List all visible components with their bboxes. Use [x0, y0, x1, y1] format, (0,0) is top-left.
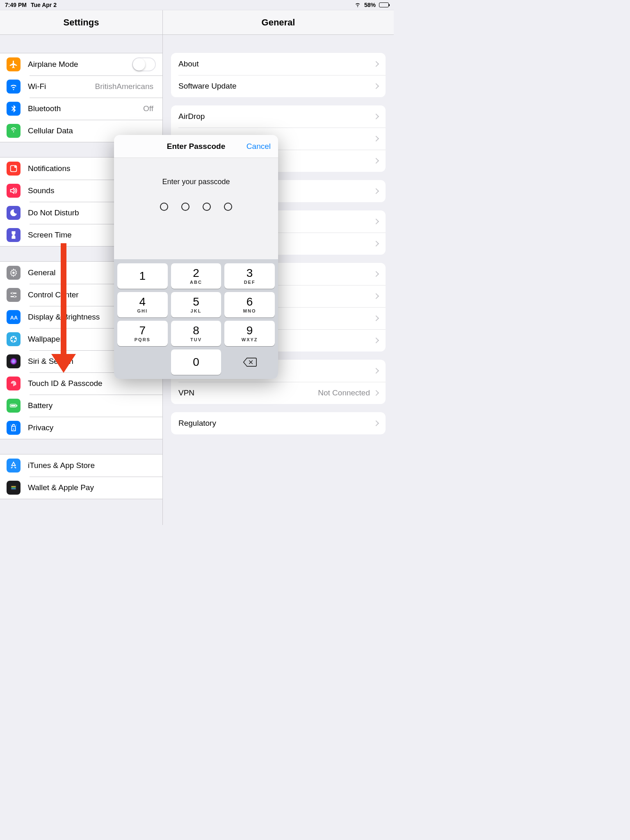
- battery-percentage: 58%: [364, 2, 376, 8]
- chevron-right-icon: [373, 368, 379, 374]
- airplane-icon: [7, 57, 21, 71]
- key-letters: TUV: [190, 337, 202, 342]
- key-number: 6: [247, 296, 253, 308]
- chevron-right-icon: [373, 420, 379, 426]
- svg-point-9: [13, 336, 14, 338]
- chevron-right-icon: [373, 293, 379, 299]
- general-item-label: Software Update: [178, 82, 374, 91]
- keypad-blank: [117, 349, 168, 375]
- notifications-icon: [7, 162, 21, 176]
- sidebar-item-wallet-apple-pay[interactable]: Wallet & Apple Pay: [0, 477, 162, 499]
- general-item-regulatory[interactable]: Regulatory: [171, 412, 386, 434]
- general-item-label: About: [178, 59, 374, 68]
- passcode-dot: [203, 203, 211, 211]
- keypad-backspace[interactable]: [224, 349, 275, 375]
- general-item-label: VPN: [178, 388, 318, 397]
- svg-point-11: [14, 340, 16, 342]
- keypad-key-3[interactable]: 3DEF: [224, 263, 275, 289]
- sidebar-item-wi-fi[interactable]: Wi-FiBritishAmericans: [0, 75, 162, 98]
- keypad-key-0[interactable]: 0: [171, 349, 221, 375]
- sidebar-item-battery[interactable]: Battery: [0, 395, 162, 417]
- chevron-right-icon: [373, 338, 379, 343]
- keypad-key-2[interactable]: 2ABC: [171, 263, 221, 289]
- svg-point-5: [11, 292, 14, 294]
- svg-point-13: [11, 337, 13, 339]
- chevron-right-icon: [373, 136, 379, 142]
- key-number: 3: [247, 267, 253, 279]
- svg-rect-21: [11, 488, 16, 489]
- chevron-right-icon: [373, 158, 379, 164]
- settings-header: Settings: [0, 10, 162, 35]
- keypad-key-6[interactable]: 6MNO: [224, 292, 275, 317]
- chevron-right-icon: [373, 114, 379, 119]
- sidebar-item-privacy[interactable]: Privacy: [0, 417, 162, 439]
- sidebar-item-airplane-mode[interactable]: Airplane Mode: [0, 53, 162, 75]
- key-letters: ABC: [190, 280, 202, 285]
- svg-point-6: [14, 296, 16, 298]
- chevron-right-icon: [373, 219, 379, 224]
- cellular-icon: [7, 124, 21, 138]
- key-letters: JKL: [191, 308, 202, 313]
- sidebar-item-label: Battery: [28, 401, 156, 410]
- keypad-key-7[interactable]: 7PQRS: [117, 321, 168, 346]
- sidebar-item-bluetooth[interactable]: BluetoothOff: [0, 98, 162, 120]
- general-item-about[interactable]: About: [171, 53, 386, 75]
- dnd-icon: [7, 206, 21, 220]
- settings-title: Settings: [64, 17, 99, 28]
- svg-rect-17: [16, 405, 17, 406]
- wifi-icon: [354, 1, 361, 9]
- key-number: 8: [193, 325, 199, 336]
- chevron-right-icon: [373, 315, 379, 321]
- svg-text:AA: AA: [10, 315, 18, 321]
- sidebar-item-itunes-app-store[interactable]: iTunes & App Store: [0, 454, 162, 477]
- keypad-key-4[interactable]: 4GHI: [117, 292, 168, 317]
- general-item-label: AirDrop: [178, 112, 374, 121]
- control-icon: [7, 288, 21, 302]
- general-item-label: Regulatory: [178, 419, 374, 428]
- svg-point-2: [12, 272, 15, 274]
- key-letters: PQRS: [135, 337, 151, 342]
- svg-point-10: [15, 338, 16, 339]
- sidebar-item-label: Privacy: [28, 423, 156, 432]
- keypad-key-1[interactable]: 1: [117, 263, 168, 289]
- general-title: General: [262, 17, 295, 28]
- key-letters: DEF: [244, 280, 256, 285]
- sidebar-item-label: Cellular Data: [28, 126, 156, 135]
- numeric-keypad: 12ABC3DEF4GHI5JKL6MNO7PQRS8TUV9WXYZ0: [114, 259, 278, 379]
- general-item-airdrop[interactable]: AirDrop: [171, 105, 386, 128]
- sidebar-item-label: Bluetooth: [28, 104, 143, 113]
- general-item-vpn[interactable]: VPNNot Connected: [171, 382, 386, 404]
- key-letters: WXYZ: [242, 337, 258, 342]
- key-number: 1: [139, 270, 146, 282]
- keypad-key-5[interactable]: 5JKL: [171, 292, 221, 317]
- privacy-icon: [7, 421, 21, 435]
- key-number: 7: [139, 325, 146, 336]
- passcode-dot: [181, 203, 189, 211]
- status-date: Tue Apr 2: [31, 2, 57, 8]
- chevron-right-icon: [373, 61, 379, 67]
- svg-rect-20: [11, 487, 16, 488]
- cancel-button[interactable]: Cancel: [247, 142, 271, 151]
- sidebar-item-label: Wi-Fi: [28, 82, 95, 91]
- passcode-prompt: Enter your passcode: [162, 178, 230, 186]
- status-time: 7:49 PM: [5, 2, 27, 8]
- general-header: General: [163, 10, 394, 35]
- sidebar-item-label: Wallet & Apple Pay: [28, 483, 156, 492]
- keypad-key-8[interactable]: 8TUV: [171, 321, 221, 346]
- bluetooth-icon: [7, 102, 21, 116]
- toggle-switch[interactable]: [132, 57, 156, 71]
- appstore-icon: [7, 459, 21, 472]
- display-icon: AA: [7, 310, 21, 324]
- keypad-key-9[interactable]: 9WXYZ: [224, 321, 275, 346]
- passcode-dot: [160, 203, 168, 211]
- general-item-software-update[interactable]: Software Update: [171, 75, 386, 97]
- sidebar-item-label: Airplane Mode: [28, 60, 132, 69]
- chevron-right-icon: [373, 271, 379, 277]
- status-bar: 7:49 PM Tue Apr 2 58%: [0, 0, 394, 10]
- chevron-right-icon: [373, 188, 379, 194]
- key-number: 2: [193, 267, 199, 279]
- key-number: 5: [193, 296, 199, 308]
- svg-point-1: [14, 166, 17, 168]
- chevron-right-icon: [373, 390, 379, 396]
- sounds-icon: [7, 184, 21, 198]
